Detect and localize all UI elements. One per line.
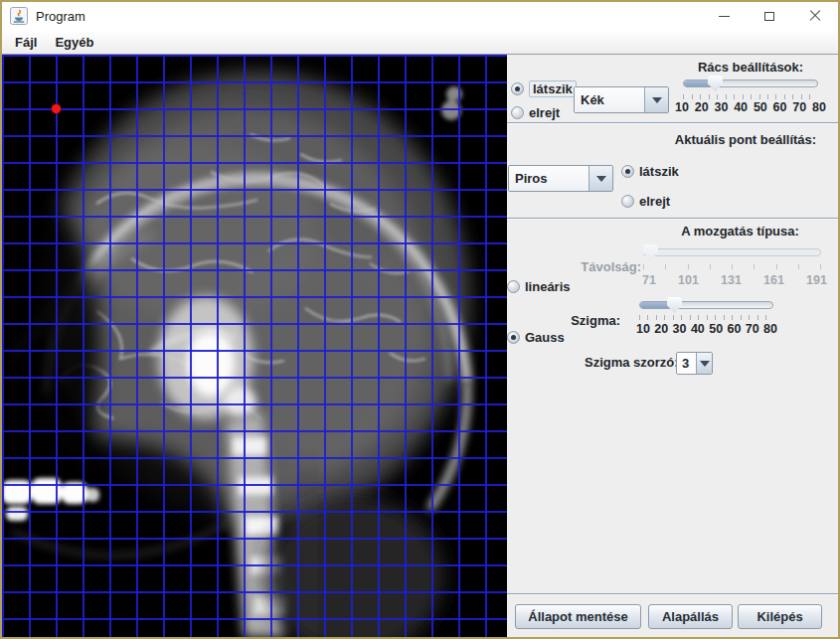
grid-color-value: Kék xyxy=(575,87,644,112)
point-hide-radio[interactable]: elrejt xyxy=(621,194,670,209)
control-panel: Rács beállítások: látszik elrejt Kék 102… xyxy=(507,55,838,637)
menu-item-egyeb[interactable]: Egyéb xyxy=(46,32,102,53)
point-hide-label: elrejt xyxy=(639,194,670,209)
grid-visible-label: látszik xyxy=(529,80,577,97)
gauss-label: Gauss xyxy=(525,330,565,345)
point-color-dropdown-button[interactable] xyxy=(588,166,612,191)
sigma-label: Szigma: xyxy=(547,313,620,328)
sigma-multiplier-select[interactable]: 3 xyxy=(676,352,713,375)
minimize-icon xyxy=(719,16,730,17)
radio-icon xyxy=(507,280,520,293)
section-separator xyxy=(507,218,838,220)
point-section-title: Aktuális pont beállítás: xyxy=(666,132,825,147)
chevron-down-icon xyxy=(652,97,662,103)
chevron-down-icon xyxy=(700,361,710,367)
radio-icon xyxy=(507,331,520,344)
distance-slider-labels: 71101131161191 xyxy=(642,273,827,287)
grid-visible-radio[interactable]: látszik xyxy=(511,80,577,97)
sigma-multiplier-dropdown-button[interactable] xyxy=(696,353,712,374)
sigma-slider-labels: 1020304050607080 xyxy=(636,322,777,336)
grid-size-slider-thumb[interactable] xyxy=(708,76,723,91)
distance-label: Távolság: xyxy=(567,259,641,274)
java-app-icon xyxy=(10,7,28,25)
sigma-multiplier-label: Szigma szorzó: xyxy=(585,355,672,370)
sigma-slider[interactable] xyxy=(639,301,773,309)
radio-icon xyxy=(621,195,634,208)
distance-slider-ticks xyxy=(643,264,822,269)
radio-icon xyxy=(621,165,634,178)
title-bar[interactable]: Program xyxy=(2,2,838,30)
maximize-icon xyxy=(764,12,774,21)
movement-gauss-radio[interactable]: Gauss xyxy=(507,330,565,345)
distance-slider xyxy=(643,248,821,256)
point-color-value: Piros xyxy=(509,166,588,191)
movement-section-title: A mozgatás típusa: xyxy=(663,224,817,239)
radio-icon xyxy=(511,106,524,119)
window-title: Program xyxy=(36,9,701,24)
close-icon xyxy=(809,10,821,22)
exit-button[interactable]: Kilépés xyxy=(738,604,822,629)
point-color-select[interactable]: Piros xyxy=(508,165,613,192)
grid-section-title: Rács beállítások: xyxy=(673,60,828,75)
linear-label: lineáris xyxy=(525,279,571,294)
grid-size-slider-labels: 1020304050607080 xyxy=(675,100,826,114)
sigma-slider-thumb[interactable] xyxy=(667,297,682,313)
maximize-button[interactable] xyxy=(747,2,792,30)
grid-hide-label: elrejt xyxy=(529,105,560,120)
minimize-button[interactable] xyxy=(701,2,747,30)
grid-size-slider-ticks xyxy=(683,94,818,99)
grid-color-dropdown-button[interactable] xyxy=(644,87,668,112)
grid-hide-radio[interactable]: elrejt xyxy=(511,105,560,120)
sigma-multiplier-value: 3 xyxy=(677,353,696,374)
sigma-slider-ticks xyxy=(639,315,773,320)
current-point-marker[interactable] xyxy=(52,104,61,113)
chevron-down-icon xyxy=(596,176,606,182)
menu-bar: Fájl Egyéb xyxy=(2,30,838,55)
xray-canvas[interactable] xyxy=(2,55,507,637)
point-visible-label: látszik xyxy=(639,164,679,179)
skull-xray-image xyxy=(2,55,507,637)
radio-icon xyxy=(511,82,524,95)
app-window: Program Fájl Egyéb xyxy=(0,0,840,639)
close-button[interactable] xyxy=(792,2,838,30)
menu-item-fajl[interactable]: Fájl xyxy=(6,32,46,53)
section-separator xyxy=(507,122,838,124)
grid-size-slider[interactable] xyxy=(683,80,818,87)
distance-slider-thumb xyxy=(643,244,658,260)
reset-button[interactable]: Alapállás xyxy=(648,604,733,629)
movement-linear-radio[interactable]: lineáris xyxy=(507,279,571,294)
save-state-button[interactable]: Állapot mentése xyxy=(515,604,641,629)
grid-color-select[interactable]: Kék xyxy=(574,86,669,113)
footer-separator xyxy=(507,593,838,595)
point-visible-radio[interactable]: látszik xyxy=(621,164,679,179)
